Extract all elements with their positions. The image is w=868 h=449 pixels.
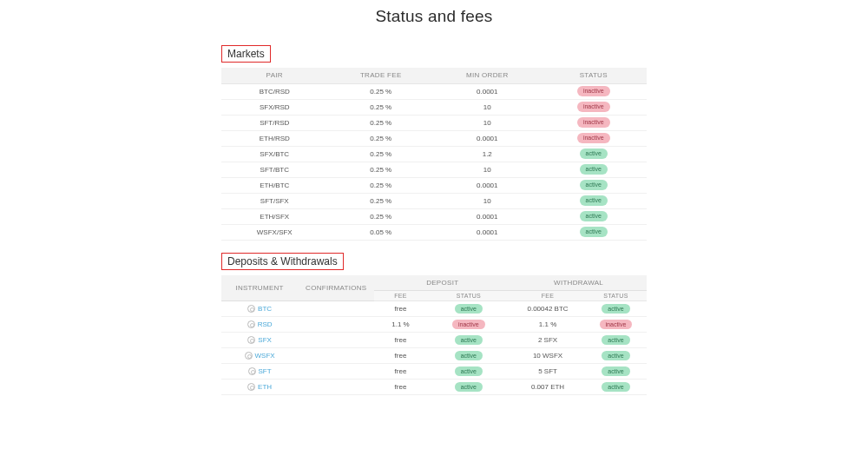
cell-pair: BTC/RSD — [221, 83, 328, 99]
coin-icon — [247, 336, 255, 344]
table-row: BTCfreeactive0.00042 BTCactive — [221, 301, 647, 317]
cell-pair: SFT/SFX — [221, 193, 328, 208]
cell-fee: 0.25 % — [328, 162, 435, 177]
cell-status: inactive — [541, 99, 648, 115]
instrument-link[interactable]: SFT — [259, 367, 272, 375]
table-row: BTC/RSD0.25 %0.0001inactive — [221, 83, 647, 99]
instrument-link[interactable]: BTC — [258, 305, 272, 313]
cell-dep-fee: free — [374, 348, 426, 364]
cell-fee: 0.25 % — [328, 146, 435, 162]
cell-status: active — [541, 193, 648, 208]
cell-fee: 0.25 % — [328, 130, 435, 146]
col-confirmations: CONFIRMATIONS — [298, 275, 374, 301]
instrument-link[interactable]: RSD — [258, 320, 273, 328]
col-dep-fee: FEE — [374, 291, 426, 301]
cell-dep-status: active — [427, 333, 511, 348]
cell-min: 0.0001 — [434, 177, 541, 193]
cell-fee: 0.25 % — [328, 193, 435, 208]
cell-dep-fee: free — [374, 301, 426, 317]
col-status: STATUS — [541, 68, 648, 83]
markets-table: PAIR TRADE FEE MIN ORDER STATUS BTC/RSD0… — [221, 68, 647, 241]
cell-status: active — [541, 177, 648, 193]
cell-instrument[interactable]: SFX — [221, 333, 298, 348]
cell-pair: SFT/BTC — [221, 162, 328, 177]
table-row: SFX/RSD0.25 %10inactive — [221, 99, 647, 115]
instrument-link[interactable]: WSFX — [255, 352, 275, 360]
cell-instrument[interactable]: WSFX — [221, 348, 298, 364]
table-row: ETH/BTC0.25 %0.0001active — [221, 177, 647, 193]
cell-wd-fee: 2 SFX — [510, 333, 585, 348]
table-row: RSD1.1 %inactive1.1 %inactive — [221, 317, 647, 333]
status-badge: inactive — [600, 320, 633, 330]
coin-icon — [247, 305, 255, 313]
cell-fee: 0.25 % — [328, 177, 435, 193]
cell-wd-fee: 0.00042 BTC — [510, 301, 585, 317]
coin-icon — [247, 320, 255, 328]
cell-wd-status: active — [585, 348, 647, 364]
cell-min: 10 — [434, 115, 541, 130]
cell-pair: WSFX/SFX — [221, 224, 328, 240]
table-row: SFXfreeactive2 SFXactive — [221, 333, 647, 348]
cell-wd-status: inactive — [585, 317, 647, 333]
markets-heading: Markets — [221, 45, 271, 63]
status-badge: active — [580, 164, 608, 175]
cell-dep-status: inactive — [427, 317, 511, 333]
table-row: SFTfreeactive5 SFTactive — [221, 364, 647, 380]
table-row: ETH/SFX0.25 %0.0001active — [221, 208, 647, 224]
cell-instrument[interactable]: RSD — [221, 317, 298, 333]
coin-icon — [248, 367, 256, 375]
status-badge: active — [455, 335, 483, 346]
cell-wd-fee: 10 WSFX — [510, 348, 585, 364]
cell-confirmations — [298, 380, 374, 395]
status-badge: inactive — [452, 320, 485, 330]
cell-status: active — [541, 146, 648, 162]
status-badge: inactive — [577, 133, 610, 143]
col-wd-fee: FEE — [510, 291, 585, 301]
cell-pair: ETH/SFX — [221, 208, 328, 224]
cell-min: 10 — [434, 99, 541, 115]
col-withdrawal: WITHDRAWAL — [510, 275, 647, 291]
cell-min: 1.2 — [434, 146, 541, 162]
cell-fee: 0.25 % — [328, 208, 435, 224]
cell-fee: 0.25 % — [328, 83, 435, 99]
cell-fee: 0.05 % — [328, 224, 435, 240]
col-min: MIN ORDER — [434, 68, 541, 83]
cell-status: inactive — [541, 130, 648, 146]
cell-min: 0.0001 — [434, 130, 541, 146]
cell-status: active — [541, 208, 648, 224]
cell-dep-fee: 1.1 % — [374, 317, 426, 333]
cell-min: 10 — [434, 162, 541, 177]
cell-status: active — [541, 162, 648, 177]
page-title: Status and fees — [0, 7, 868, 26]
cell-fee: 0.25 % — [328, 115, 435, 130]
cell-min: 0.0001 — [434, 83, 541, 99]
table-row: WSFXfreeactive10 WSFXactive — [221, 348, 647, 364]
instrument-link[interactable]: SFX — [258, 336, 272, 344]
col-pair: PAIR — [221, 68, 328, 83]
cell-confirmations — [298, 333, 374, 348]
cell-instrument[interactable]: BTC — [221, 301, 298, 317]
cell-instrument[interactable]: ETH — [221, 380, 298, 395]
status-badge: active — [580, 149, 608, 159]
status-badge: inactive — [577, 117, 610, 128]
table-row: SFT/SFX0.25 %10active — [221, 193, 647, 208]
instrument-link[interactable]: ETH — [258, 383, 272, 391]
cell-instrument[interactable]: SFT — [221, 364, 298, 380]
cell-confirmations — [298, 317, 374, 333]
cell-min: 0.0001 — [434, 224, 541, 240]
cell-wd-fee: 5 SFT — [510, 364, 585, 380]
dw-heading: Deposits & Withdrawals — [221, 253, 344, 270]
cell-pair: SFX/RSD — [221, 99, 328, 115]
cell-confirmations — [298, 301, 374, 317]
coin-icon — [247, 383, 255, 391]
status-badge: active — [455, 366, 483, 377]
col-deposit: DEPOSIT — [374, 275, 510, 291]
cell-dep-fee: free — [374, 364, 426, 380]
cell-status: inactive — [541, 115, 648, 130]
status-badge: active — [602, 335, 629, 346]
cell-wd-status: active — [585, 301, 647, 317]
cell-wd-fee: 1.1 % — [510, 317, 585, 333]
status-badge: active — [580, 195, 608, 206]
cell-wd-fee: 0.007 ETH — [510, 380, 585, 395]
cell-pair: SFX/BTC — [221, 146, 328, 162]
